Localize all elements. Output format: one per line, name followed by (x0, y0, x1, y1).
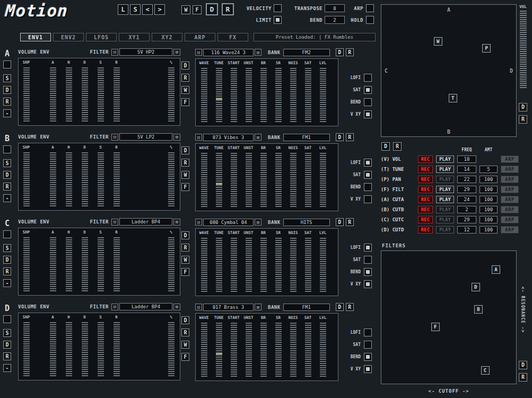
w-button[interactable]: W (181, 5, 190, 14)
slider-h[interactable] (66, 67, 72, 122)
env-r-button[interactable]: R (181, 74, 189, 82)
slider-start[interactable] (231, 68, 237, 123)
tab-env1[interactable]: ENV1 (20, 33, 51, 41)
rec-button[interactable]: REC (418, 206, 433, 213)
slider-lvl[interactable] (320, 323, 326, 377)
xy-marker-c[interactable]: C (481, 366, 490, 375)
fx-vxy-checkbox[interactable] (364, 110, 372, 118)
rec-button[interactable]: REC (418, 186, 433, 193)
slider-unst[interactable] (246, 238, 252, 292)
slider-h[interactable] (66, 322, 72, 377)
wave-select[interactable]: 116 Wave24 3 (203, 49, 254, 56)
amt-value[interactable]: 100 (479, 206, 498, 213)
rec-button[interactable]: REC (418, 176, 433, 183)
slider-sat[interactable] (305, 153, 311, 207)
env-d-button[interactable]: D (181, 316, 189, 324)
env-w-button[interactable]: W (181, 171, 189, 179)
env-w-button[interactable]: W (181, 86, 189, 94)
freq-value[interactable]: 2 (457, 206, 476, 213)
collapse-icon[interactable]: ⊟ (195, 134, 202, 141)
slider-wave[interactable] (201, 153, 207, 207)
amt-value[interactable]: 100 (479, 186, 498, 193)
load-button[interactable]: L (118, 4, 128, 15)
collapse-icon[interactable]: ⊟ (195, 49, 202, 56)
vector-pad[interactable]: A C D B WPT (381, 4, 517, 137)
env-f-button[interactable]: F (181, 98, 189, 106)
filters-d-button[interactable]: D (519, 361, 527, 369)
slider-start[interactable] (231, 238, 237, 292)
grid-icon[interactable]: ⊞ (173, 134, 180, 141)
play-button[interactable]: PLAY (436, 196, 454, 203)
f-button[interactable]: F (193, 5, 202, 14)
channel-enable-toggle[interactable] (3, 60, 11, 68)
slider-wave[interactable] (201, 323, 207, 377)
filters-pad[interactable]: ADBFC (381, 250, 517, 384)
fx-bend-checkbox[interactable] (364, 268, 372, 276)
channel-button-r[interactable]: R (3, 352, 11, 360)
slider-shp[interactable] (23, 237, 30, 292)
xy-marker-b[interactable]: B (474, 305, 483, 314)
slider-s[interactable] (98, 322, 104, 377)
play-button[interactable]: PLAY (436, 176, 454, 183)
slider-shp[interactable] (23, 152, 30, 207)
grid-icon[interactable]: ⊞ (173, 49, 180, 56)
wave-r-button[interactable]: R (346, 218, 354, 226)
fx-lofi-checkbox[interactable] (364, 244, 372, 252)
grid-icon[interactable]: ⊞ (255, 49, 261, 56)
filter-select[interactable]: SV HP2 (119, 48, 172, 56)
slider-sat[interactable] (305, 323, 311, 377)
xy-marker-a[interactable]: A (492, 265, 500, 274)
channel-button-minus[interactable]: - (3, 279, 11, 287)
slider-tune[interactable] (216, 323, 222, 377)
rec-button[interactable]: REC (418, 196, 433, 203)
channel-button-minus[interactable]: - (3, 109, 11, 117)
collapse-icon[interactable]: ⊟ (111, 49, 118, 56)
slider-pct[interactable] (168, 322, 175, 377)
slider-sat[interactable] (305, 68, 311, 123)
env-f-button[interactable]: F (181, 183, 189, 191)
channel-button-r[interactable]: R (3, 98, 11, 106)
rec-button[interactable]: REC (418, 155, 433, 163)
slider-a[interactable] (50, 322, 56, 377)
xy-marker-w[interactable]: W (434, 37, 442, 46)
fx-bend-checkbox[interactable] (364, 183, 372, 191)
slider-pct[interactable] (168, 152, 175, 207)
slider-sr[interactable] (275, 68, 282, 123)
slider-nois[interactable] (290, 68, 296, 123)
freq-value[interactable]: 14 (457, 166, 476, 173)
slider-a[interactable] (50, 237, 56, 292)
slider-d[interactable] (82, 322, 88, 377)
velocity-checkbox[interactable] (274, 4, 282, 12)
matrix-r-button[interactable]: R (393, 142, 402, 151)
xy-marker-f[interactable]: F (431, 323, 440, 331)
env-r-button[interactable]: R (181, 244, 189, 252)
slider-r[interactable] (114, 152, 120, 207)
slider-lvl[interactable] (320, 68, 326, 123)
bank-select[interactable]: FM1 (283, 304, 330, 311)
slider-h[interactable] (66, 152, 72, 207)
slider-pct[interactable] (168, 237, 175, 292)
wave-select[interactable]: 017 Brass 3 (203, 304, 254, 311)
amt-value[interactable]: 100 (479, 196, 498, 203)
amt-value[interactable]: 100 (479, 216, 498, 223)
filter-select[interactable]: Ladder BP4 (119, 303, 172, 310)
channel-button-minus[interactable]: - (3, 194, 11, 202)
play-button[interactable]: PLAY (436, 155, 454, 163)
freq-value[interactable]: 18 (457, 155, 476, 163)
arp-checkbox[interactable] (366, 4, 374, 12)
fx-lofi-checkbox[interactable] (364, 74, 372, 82)
filters-r-button[interactable]: R (519, 373, 527, 382)
vector-d-button[interactable]: D (519, 103, 527, 111)
slider-shp[interactable] (23, 67, 30, 122)
channel-button-d[interactable]: D (3, 171, 11, 179)
amt-value[interactable]: 100 (479, 176, 498, 183)
global-d-button[interactable]: D (206, 3, 218, 15)
slider-a[interactable] (50, 67, 56, 122)
next-preset-button[interactable]: > (154, 4, 165, 15)
limit-checkbox[interactable] (274, 16, 282, 24)
wave-select[interactable]: 080 Cymbal 04 (203, 219, 254, 226)
env-r-button[interactable]: R (181, 328, 189, 336)
rec-button[interactable]: REC (418, 226, 433, 233)
fx-sat-checkbox[interactable] (364, 256, 372, 264)
bank-select[interactable]: FM2 (283, 49, 330, 56)
